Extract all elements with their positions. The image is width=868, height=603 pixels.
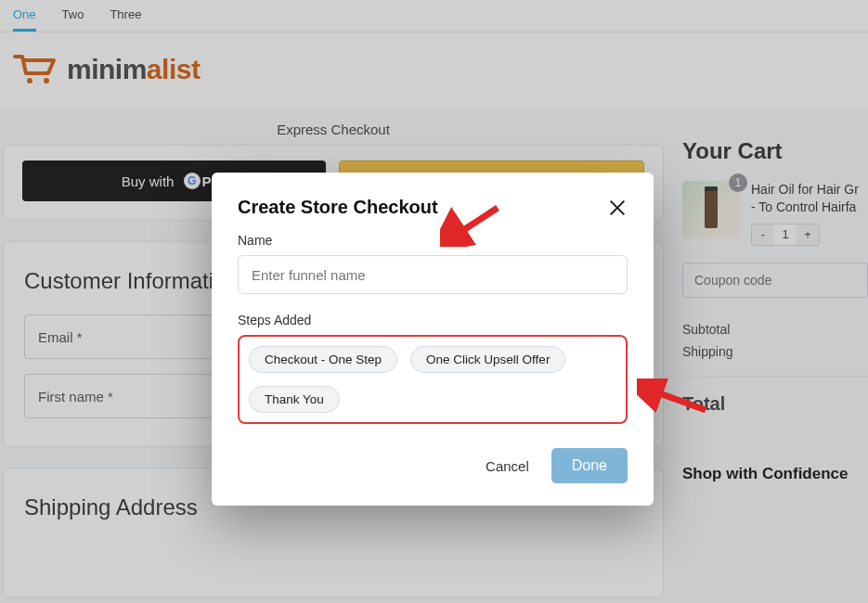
funnel-name-input[interactable]: Enter funnel name	[238, 255, 628, 294]
svg-line-7	[644, 388, 706, 410]
step-pill-upsell[interactable]: One Click Upsell Offer	[410, 346, 565, 373]
svg-line-5	[449, 208, 498, 239]
steps-added-label: Steps Added	[238, 313, 628, 327]
arrow-annotation-1	[440, 202, 505, 247]
steps-added-container: Checkout - One Step One Click Upsell Off…	[238, 335, 628, 424]
close-icon[interactable]	[607, 198, 628, 218]
cancel-button[interactable]: Cancel	[486, 458, 529, 474]
modal-title: Create Store Checkout	[238, 197, 438, 218]
step-pill-checkout[interactable]: Checkout - One Step	[249, 346, 397, 373]
done-button[interactable]: Done	[551, 448, 628, 483]
create-store-checkout-modal: Create Store Checkout Name Enter funnel …	[212, 173, 654, 506]
arrow-annotation-2	[637, 378, 711, 417]
name-label: Name	[238, 233, 628, 248]
step-pill-thankyou[interactable]: Thank You	[249, 386, 340, 413]
